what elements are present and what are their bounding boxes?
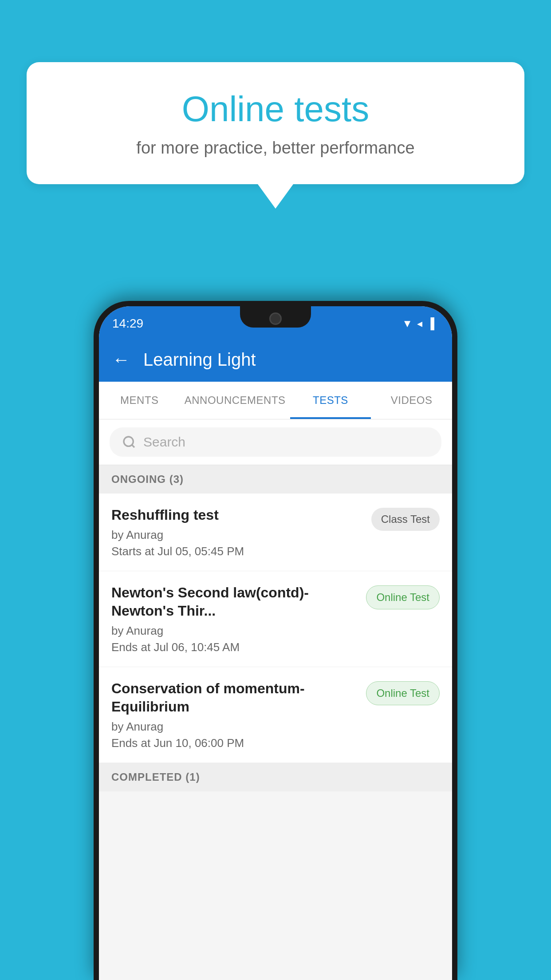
tabs-container: MENTS ANNOUNCEMENTS TESTS VIDEOS xyxy=(99,382,452,419)
test-name: Conservation of momentum-Equilibrium xyxy=(111,680,357,716)
signal-icon: ◂ xyxy=(417,317,422,330)
front-camera xyxy=(269,312,282,325)
svg-line-1 xyxy=(132,445,134,447)
test-info: Newton's Second law(contd)-Newton's Thir… xyxy=(111,584,366,654)
speech-bubble-arrow xyxy=(258,184,293,209)
tab-videos[interactable]: VIDEOS xyxy=(371,382,452,419)
search-bar[interactable]: Search xyxy=(110,427,441,457)
completed-section-header: COMPLETED (1) xyxy=(99,763,452,791)
phone-notch xyxy=(240,306,311,328)
search-icon xyxy=(122,435,136,449)
back-button[interactable]: ← xyxy=(112,350,130,370)
online-test-badge: Online Test xyxy=(366,585,440,609)
test-author: by Anurag xyxy=(111,720,357,734)
app-header: ← Learning Light xyxy=(99,337,452,382)
test-time: Ends at Jun 10, 06:00 PM xyxy=(111,736,357,750)
online-test-badge: Online Test xyxy=(366,681,440,705)
test-time: Ends at Jul 06, 10:45 AM xyxy=(111,640,357,654)
ongoing-section-header: ONGOING (3) xyxy=(99,465,452,494)
test-name: Reshuffling test xyxy=(111,506,362,525)
status-icons: ▼ ◂ ▐ xyxy=(402,317,434,330)
test-author: by Anurag xyxy=(111,624,357,638)
test-time: Starts at Jul 05, 05:45 PM xyxy=(111,545,362,558)
phone-frame: 14:29 ▼ ◂ ▐ ← Learning Light MENTS ANNOU… xyxy=(94,301,457,980)
speech-bubble-container: Online tests for more practice, better p… xyxy=(27,62,524,209)
test-info: Reshuffling test by Anurag Starts at Jul… xyxy=(111,506,371,558)
speech-bubble-subtitle: for more practice, better performance xyxy=(62,138,489,158)
test-name: Newton's Second law(contd)-Newton's Thir… xyxy=(111,584,357,620)
tab-tests[interactable]: TESTS xyxy=(290,382,371,419)
test-info: Conservation of momentum-Equilibrium by … xyxy=(111,680,366,750)
battery-icon: ▐ xyxy=(427,317,434,330)
search-placeholder: Search xyxy=(143,435,185,450)
speech-bubble: Online tests for more practice, better p… xyxy=(27,62,524,184)
test-author: by Anurag xyxy=(111,528,362,542)
speech-bubble-title: Online tests xyxy=(62,89,489,130)
test-list: Reshuffling test by Anurag Starts at Jul… xyxy=(99,494,452,763)
test-item[interactable]: Newton's Second law(contd)-Newton's Thir… xyxy=(99,571,452,667)
test-item[interactable]: Conservation of momentum-Equilibrium by … xyxy=(99,667,452,763)
svg-point-0 xyxy=(124,437,133,446)
test-item[interactable]: Reshuffling test by Anurag Starts at Jul… xyxy=(99,494,452,571)
tab-announcements[interactable]: ANNOUNCEMENTS xyxy=(180,382,290,419)
phone-inner: 14:29 ▼ ◂ ▐ ← Learning Light MENTS ANNOU… xyxy=(99,306,452,980)
tab-ments[interactable]: MENTS xyxy=(99,382,180,419)
phone-screen: 14:29 ▼ ◂ ▐ ← Learning Light MENTS ANNOU… xyxy=(99,306,452,980)
status-time: 14:29 xyxy=(112,316,143,331)
wifi-icon: ▼ xyxy=(402,317,413,330)
search-container: Search xyxy=(99,419,452,465)
class-test-badge: Class Test xyxy=(371,508,440,531)
app-title: Learning Light xyxy=(143,350,256,370)
